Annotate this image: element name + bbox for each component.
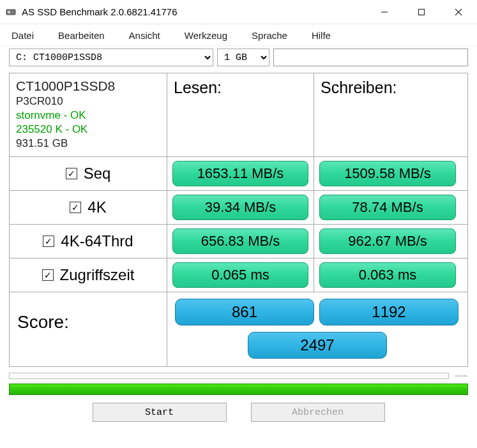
label-seq: Seq [84, 165, 111, 183]
score-label: Score: [10, 292, 167, 366]
row-score: Score: 861 1192 2497 [10, 292, 467, 366]
device-firmware: P3CR010 [16, 95, 160, 108]
device-name: CT1000P1SSD8 [16, 78, 160, 94]
score-write: 1192 [319, 299, 458, 325]
status-field [273, 49, 468, 66]
read-header: Lesen: [167, 73, 314, 156]
access-read: 0.065 ms [172, 262, 308, 288]
4k-read: 39.34 MB/s [172, 195, 308, 220]
score-values: 861 1192 2497 [167, 292, 467, 366]
checkbox-seq[interactable]: ✓ [66, 168, 77, 179]
menu-werkzeug[interactable]: Werkzeug [182, 28, 239, 43]
access-write: 0.063 ms [319, 262, 456, 288]
progress-bar-full [9, 384, 468, 395]
row-seq: ✓ Seq 1653.11 MB/s 1509.58 MB/s [10, 157, 467, 191]
checkbox-4k-64thrd[interactable]: ✓ [43, 235, 54, 247]
close-button[interactable] [440, 0, 477, 24]
4k-write: 78.74 MB/s [319, 195, 456, 220]
minimize-button[interactable] [366, 0, 403, 24]
menu-datei[interactable]: Datei [9, 28, 45, 43]
svg-rect-1 [8, 11, 10, 13]
abort-button: Abbrechen [251, 403, 385, 422]
label-4k-64thrd: 4K-64Thrd [61, 232, 133, 250]
align-status: 235520 K - OK [16, 123, 160, 136]
device-capacity: 931.51 GB [16, 137, 160, 150]
app-icon [5, 6, 17, 18]
menu-hilfe[interactable]: Hilfe [309, 28, 342, 43]
button-row: Start Abbrechen [0, 395, 477, 428]
window-controls [366, 0, 477, 24]
4k-64thrd-write: 962.67 MB/s [319, 228, 456, 254]
menu-bearbeiten[interactable]: Bearbeiten [56, 28, 116, 43]
row-4k: ✓ 4K 39.34 MB/s 78.74 MB/s [10, 191, 467, 225]
checkbox-4k[interactable]: ✓ [70, 202, 81, 213]
row-4k-64thrd: ✓ 4K-64Thrd 656.83 MB/s 962.67 MB/s [10, 225, 467, 258]
results-grid: CT1000P1SSD8 P3CR010 stornvme - OK 23552… [9, 73, 468, 367]
window-title: AS SSD Benchmark 2.0.6821.41776 [22, 6, 178, 17]
progress-bar-empty-row: ┄┄ [9, 371, 468, 381]
menu-bar: Datei Bearbeiten Ansicht Werkzeug Sprach… [0, 24, 477, 46]
size-select[interactable]: 1 GB [217, 49, 269, 66]
score-read: 861 [175, 299, 314, 325]
menu-sprache[interactable]: Sprache [249, 28, 299, 43]
seq-write: 1509.58 MB/s [319, 161, 456, 186]
menu-ansicht[interactable]: Ansicht [126, 28, 172, 43]
toolbar: C: CT1000P1SSD8 1 GB [0, 46, 477, 70]
score-total: 2497 [248, 332, 387, 359]
label-4k: 4K [87, 198, 106, 216]
svg-rect-3 [419, 9, 425, 15]
title-bar: AS SSD Benchmark 2.0.6821.41776 [0, 0, 477, 24]
device-info: CT1000P1SSD8 P3CR010 stornvme - OK 23552… [10, 73, 167, 156]
start-button[interactable]: Start [93, 403, 227, 422]
4k-64thrd-read: 656.83 MB/s [172, 228, 308, 254]
drive-select[interactable]: C: CT1000P1SSD8 [9, 49, 213, 66]
driver-status: stornvme - OK [16, 109, 160, 122]
seq-read: 1653.11 MB/s [172, 161, 308, 186]
dotted-icon: ┄┄ [455, 371, 468, 381]
write-header: Schreiben: [314, 73, 461, 156]
row-access-time: ✓ Zugriffszeit 0.065 ms 0.063 ms [10, 258, 467, 292]
maximize-button[interactable] [403, 0, 440, 24]
header-row: CT1000P1SSD8 P3CR010 stornvme - OK 23552… [10, 73, 467, 157]
progress-bar-empty [9, 373, 449, 379]
label-access-time: Zugriffszeit [60, 266, 135, 284]
checkbox-access-time[interactable]: ✓ [42, 269, 54, 281]
